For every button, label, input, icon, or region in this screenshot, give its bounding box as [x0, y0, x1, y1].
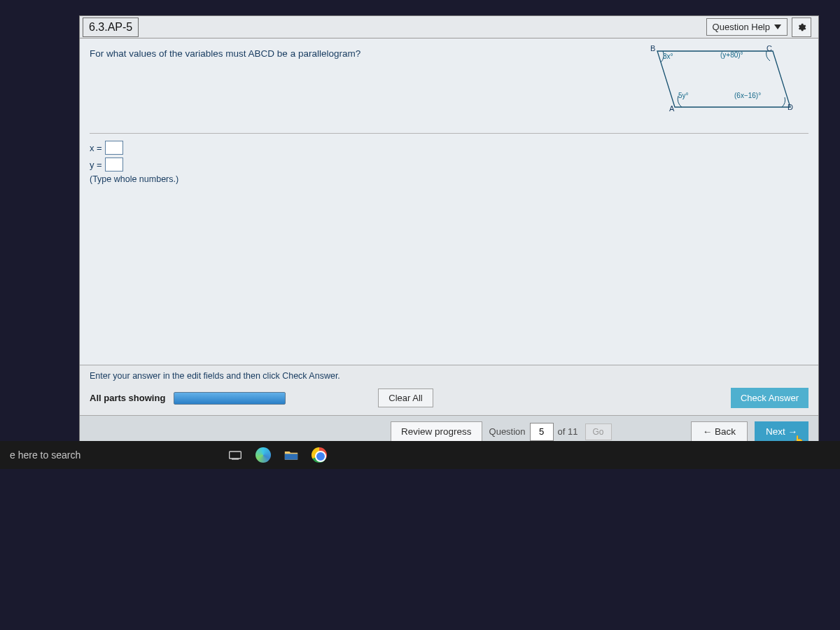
- angle-bottom-right: (6x−16)°: [734, 92, 761, 99]
- content-area: For what values of the variables must AB…: [80, 38, 818, 365]
- title-bar: 6.3.AP-5 Question Help: [80, 16, 818, 38]
- answer-x-input[interactable]: [105, 141, 123, 155]
- chevron-down-icon: [774, 24, 781, 29]
- progress-bar: [174, 392, 286, 405]
- vertex-b-label: B: [650, 44, 655, 52]
- svg-rect-3: [285, 454, 298, 459]
- app-window: 6.3.AP-5 Question Help For what values o…: [79, 15, 819, 448]
- vertex-d-label: D: [788, 103, 793, 111]
- angle-top-right: (y+80)°: [720, 51, 743, 59]
- go-button[interactable]: Go: [585, 424, 612, 440]
- all-parts-showing-label: All parts showing: [90, 393, 165, 403]
- question-position: Question of 11: [489, 423, 578, 441]
- footer-row-controls: All parts showing Clear All Check Answer: [80, 384, 818, 415]
- title-bar-right: Question Help: [706, 18, 818, 37]
- angle-top-left: 3x°: [663, 52, 673, 60]
- question-label: Question: [489, 426, 526, 437]
- svg-rect-1: [230, 451, 241, 458]
- answer-y-line: y =: [90, 158, 808, 172]
- question-help-button[interactable]: Question Help: [706, 18, 788, 36]
- vertex-c-label: C: [766, 44, 772, 52]
- answer-y-input[interactable]: [105, 158, 123, 172]
- chrome-icon[interactable]: [312, 447, 327, 463]
- check-answer-button[interactable]: Check Answer: [731, 388, 808, 408]
- answer-hint: (Type whole numbers.): [90, 174, 808, 184]
- question-row: For what values of the variables must AB…: [90, 47, 808, 134]
- vertex-a-label: A: [669, 104, 674, 113]
- answer-x-line: x =: [90, 141, 808, 155]
- back-button[interactable]: ← Back: [691, 421, 748, 442]
- settings-button[interactable]: [792, 18, 811, 37]
- answer-y-label: y =: [90, 160, 102, 170]
- of-total-label: of 11: [558, 426, 578, 437]
- question-help-label: Question Help: [713, 22, 770, 32]
- page-title: 6.3.AP-5: [83, 18, 139, 37]
- next-button[interactable]: Next → 👆: [755, 421, 808, 442]
- review-progress-button[interactable]: Review progress: [391, 421, 482, 442]
- edge-icon[interactable]: [255, 447, 271, 463]
- parallelogram-diagram: B C A D 3x° (y+80)° 5y° (6x−16)°: [622, 47, 804, 113]
- answer-x-label: x =: [90, 143, 102, 153]
- clear-all-button[interactable]: Clear All: [378, 388, 433, 407]
- footer-instruction: Enter your answer in the edit fields and…: [80, 365, 818, 384]
- svg-marker-0: [657, 51, 790, 107]
- answer-area: x = y = (Type whole numbers.): [90, 141, 808, 184]
- taskbar-icons: [227, 447, 327, 463]
- task-view-icon[interactable]: [227, 447, 243, 463]
- windows-taskbar: e here to search: [0, 441, 840, 469]
- question-text: For what values of the variables must AB…: [90, 47, 360, 59]
- file-explorer-icon[interactable]: [284, 447, 299, 463]
- footer: Enter your answer in the edit fields and…: [80, 365, 818, 447]
- angle-bottom-left: 5y°: [678, 92, 689, 99]
- svg-rect-2: [232, 458, 239, 460]
- taskbar-search-hint[interactable]: e here to search: [10, 449, 80, 461]
- gear-icon: [797, 21, 806, 34]
- question-number-input[interactable]: [530, 423, 554, 441]
